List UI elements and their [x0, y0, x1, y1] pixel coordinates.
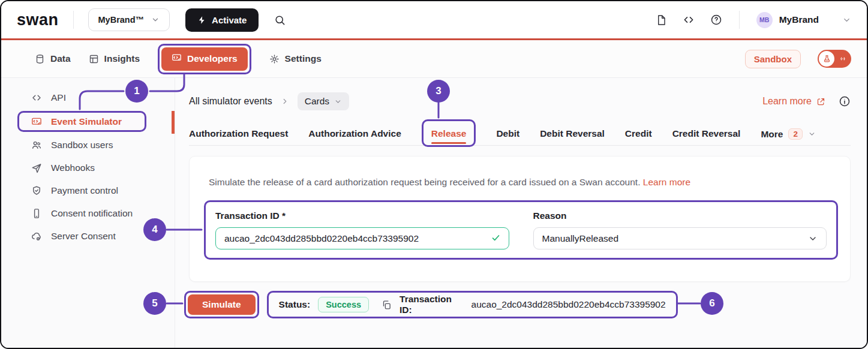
annotation-box-simulate: Simulate — [184, 291, 259, 318]
sidebar-label: Payment control — [51, 185, 118, 196]
more-count-badge: 2 — [788, 128, 803, 140]
status-label: Status: — [279, 299, 311, 310]
app-window: swan MyBrand™ Activate — [0, 0, 868, 349]
cloud-gear-icon — [31, 231, 42, 242]
flask-icon — [819, 51, 834, 67]
account-name: MyBrand — [779, 14, 819, 25]
live-broadcast-icon — [839, 55, 847, 63]
nav-label: Insights — [104, 53, 140, 64]
sidebar-label: Event Simulator — [51, 116, 122, 127]
chevron-down-icon — [842, 16, 851, 25]
sidebar-item-webhooks[interactable]: Webhooks — [1, 157, 175, 179]
users-icon — [31, 140, 42, 151]
learn-more-label: Learn more — [762, 96, 812, 107]
chevron-down-icon — [334, 98, 342, 106]
tab-authorization-advice[interactable]: Authorization Advice — [308, 119, 401, 139]
annotation-box-status: Status: Success Transaction ID: aucao_2d… — [267, 291, 678, 318]
reason-label: Reason — [533, 210, 827, 221]
topbar-divider-2 — [739, 11, 740, 29]
topbar-divider — [73, 11, 74, 29]
breadcrumb-root[interactable]: All simulator events — [189, 96, 272, 107]
transaction-id-field-group: Transaction ID * — [215, 208, 509, 249]
sidebar-item-api[interactable]: API — [1, 86, 175, 109]
code-icon[interactable] — [683, 14, 695, 26]
database-icon — [35, 54, 45, 64]
top-bar: swan MyBrand™ Activate — [1, 1, 867, 38]
document-icon[interactable] — [656, 14, 667, 26]
tab-debit-reversal[interactable]: Debit Reversal — [540, 119, 605, 139]
card-description: Simulate the release of a card authoriza… — [190, 157, 850, 188]
dev-console-icon — [172, 53, 182, 65]
project-select-label: MyBrand™ — [98, 15, 145, 25]
sidebar-label: Webhooks — [51, 163, 95, 173]
gear-icon — [269, 54, 280, 64]
sidebar-item-payment-control[interactable]: Payment control — [1, 179, 175, 202]
nav-item-developers[interactable]: Developers — [161, 47, 248, 71]
tabs-bar: Authorization Request Authorization Advi… — [189, 119, 851, 148]
description-text: Simulate the release of a card authoriza… — [209, 177, 640, 187]
learn-more-inline-link[interactable]: Learn more — [643, 177, 690, 187]
sidebar-item-sandbox-users[interactable]: Sandbox users — [1, 134, 175, 157]
breadcrumb: All simulator events Cards Learn more — [189, 91, 851, 112]
chevron-down-icon — [151, 16, 160, 24]
shield-check-icon — [31, 185, 42, 196]
chevron-down-icon — [808, 234, 818, 243]
learn-more-link[interactable]: Learn more — [762, 96, 825, 107]
environment-toggle[interactable] — [818, 50, 851, 68]
search-icon[interactable] — [274, 14, 286, 26]
nav-item-insights[interactable]: Insights — [89, 53, 140, 64]
tab-credit[interactable]: Credit — [625, 119, 652, 139]
annotation-box-developers: Developers — [158, 44, 251, 74]
transaction-id-label: Transaction ID * — [215, 210, 509, 221]
nav-item-data[interactable]: Data — [35, 53, 71, 64]
tab-release[interactable]: Release — [431, 128, 467, 139]
annotation-circle-3: 3 — [427, 80, 450, 103]
active-indicator — [172, 111, 175, 134]
tab-more[interactable]: More 2 — [761, 119, 816, 140]
tab-debit[interactable]: Debit — [496, 119, 519, 139]
nav-label: Data — [50, 53, 71, 64]
topbar-right: MB MyBrand — [656, 11, 851, 29]
project-select[interactable]: MyBrand™ — [88, 8, 170, 31]
info-icon[interactable] — [839, 95, 851, 107]
chevron-right-icon — [281, 97, 289, 106]
annotation-box-form: Transaction ID * Reason ManuallyReleased — [204, 200, 838, 260]
transaction-id-input[interactable] — [215, 227, 509, 249]
nav-item-settings[interactable]: Settings — [269, 53, 322, 64]
external-link-icon — [816, 97, 825, 106]
tab-more-label: More — [761, 129, 783, 140]
breadcrumb-current-dropdown[interactable]: Cards — [298, 92, 349, 110]
status-badge: Success — [318, 297, 369, 312]
annotation-box-release: Release — [422, 119, 476, 147]
nav-bar: Data Insights Developers Settings Sandbo… — [1, 40, 867, 78]
copy-icon[interactable] — [382, 300, 392, 310]
nav-label: Settings — [285, 53, 322, 64]
reason-field-group: Reason ManuallyReleased — [533, 208, 827, 249]
sandbox-badge: Sandbox — [745, 50, 801, 68]
reason-select[interactable]: ManuallyReleased — [533, 227, 827, 249]
simulate-button[interactable]: Simulate — [188, 294, 256, 315]
sidebar-label: Server Consent — [51, 231, 116, 242]
tab-credit-reversal[interactable]: Credit Reversal — [672, 119, 741, 139]
result-transaction-id-value: aucao_2dc043dd285bbd0220eb4ccb73395902 — [471, 299, 666, 310]
avatar: MB — [756, 12, 773, 28]
chevron-down-icon — [808, 130, 816, 138]
help-icon[interactable] — [710, 14, 722, 26]
annotation-circle-5: 5 — [143, 292, 166, 315]
tab-authorization-request[interactable]: Authorization Request — [189, 119, 288, 139]
reason-value: ManuallyReleased — [542, 233, 619, 244]
annotation-circle-6: 6 — [701, 292, 723, 315]
check-icon — [491, 233, 501, 243]
activate-button[interactable]: Activate — [185, 8, 259, 32]
account-menu[interactable]: MB MyBrand — [756, 12, 851, 28]
nav-label: Developers — [187, 53, 238, 64]
breadcrumb-right: Learn more — [762, 95, 851, 107]
breadcrumb-current-label: Cards — [305, 96, 329, 107]
annotation-box-event-simulator: Event Simulator — [17, 111, 146, 132]
sidebar-label: Consent notification — [51, 208, 133, 219]
result-transaction-id-label: Transaction ID: — [400, 294, 464, 315]
body-row: API Event Simulator Sandbox users — [1, 78, 867, 348]
sidebar-item-event-simulator[interactable]: Event Simulator — [19, 113, 145, 130]
code-icon — [31, 92, 42, 103]
annotation-circle-1: 1 — [125, 80, 148, 103]
